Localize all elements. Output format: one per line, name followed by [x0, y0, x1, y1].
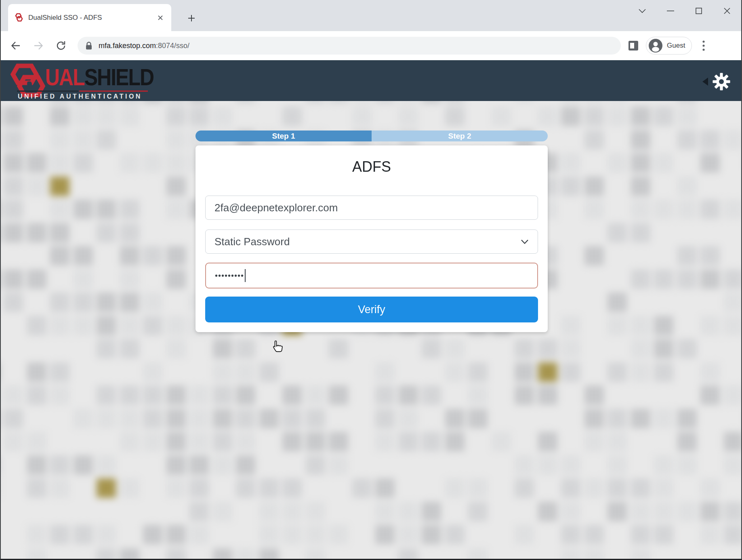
mosaic-square	[631, 200, 650, 219]
mosaic-square	[166, 339, 186, 358]
mosaic-square	[306, 409, 325, 428]
mosaic-square	[538, 385, 557, 405]
mosaic-square	[724, 385, 742, 405]
mosaic-square	[561, 101, 580, 103]
mosaic-square	[724, 130, 742, 149]
mosaic-square	[74, 269, 93, 289]
mosaic-square	[724, 293, 742, 312]
mosaic-square	[306, 385, 325, 405]
mosaic-square	[120, 432, 139, 451]
mosaic-square	[561, 455, 580, 475]
mosaic-square	[654, 525, 673, 544]
settings-gear-icon[interactable]	[712, 72, 731, 91]
mosaic-square	[329, 525, 348, 544]
mosaic-square	[166, 101, 186, 103]
mosaic-square	[700, 200, 720, 219]
url-path: :8074/sso/	[156, 42, 189, 50]
mosaic-square	[631, 362, 650, 382]
mosaic-square	[700, 385, 720, 405]
mosaic-square	[50, 316, 69, 335]
mosaic-square	[189, 385, 209, 405]
mosaic-square	[120, 293, 139, 312]
mosaic-square	[50, 385, 69, 405]
profile-button[interactable]: Guest	[646, 37, 692, 55]
mosaic-square	[97, 478, 116, 498]
maximize-button[interactable]	[692, 4, 706, 18]
mosaic-square	[27, 385, 46, 405]
minimize-button[interactable]	[664, 4, 677, 18]
mosaic-square	[724, 502, 742, 521]
mosaic-square	[97, 200, 116, 219]
mosaic-square	[607, 455, 627, 475]
mosaic-square	[561, 525, 580, 544]
mosaic-square	[97, 385, 116, 405]
address-bar[interactable]: mfa.fakestop.com:8074/sso/	[78, 37, 621, 55]
mosaic-square	[166, 177, 186, 196]
mosaic-square	[654, 362, 673, 382]
reload-button[interactable]	[54, 39, 68, 53]
mosaic-square	[584, 409, 604, 428]
mosaic-square	[120, 101, 139, 103]
mosaic-square	[236, 339, 255, 358]
mosaic-square	[97, 107, 116, 126]
mosaic-square	[584, 478, 604, 498]
mosaic-square	[259, 525, 279, 544]
side-panel-icon[interactable]	[627, 40, 639, 52]
identity-input[interactable]	[205, 196, 538, 220]
mosaic-square	[445, 525, 465, 544]
mosaic-square	[329, 432, 348, 451]
mosaic-square	[189, 432, 209, 451]
forward-button[interactable]	[32, 39, 45, 53]
back-button[interactable]	[9, 39, 23, 53]
mosaic-square	[166, 548, 186, 560]
mosaic-square	[700, 316, 720, 335]
mosaic-square	[654, 478, 673, 498]
mosaic-square	[422, 339, 441, 358]
collapse-arrow-icon[interactable]	[702, 78, 708, 86]
mosaic-square	[700, 525, 720, 544]
mosaic-square	[143, 385, 162, 405]
close-window-button[interactable]	[720, 4, 734, 18]
mosaic-square	[584, 130, 604, 149]
mosaic-square	[27, 153, 46, 173]
mosaic-square	[631, 339, 650, 358]
new-tab-button[interactable]	[185, 11, 198, 25]
mosaic-square	[259, 478, 279, 498]
method-select[interactable]: Static Password	[205, 229, 538, 254]
mosaic-square	[677, 269, 697, 289]
mosaic-square	[700, 269, 720, 289]
password-input[interactable]: •••••••••	[205, 263, 538, 288]
brand-tagline: UNIFIED AUTHENTICATION	[18, 93, 142, 100]
mosaic-square	[515, 525, 534, 544]
mosaic-square	[538, 339, 557, 358]
browser-tab[interactable]: DualShield SSO - ADFS	[8, 4, 171, 31]
mosaic-square	[399, 548, 418, 560]
mosaic-square	[236, 548, 255, 560]
mosaic-square	[515, 385, 534, 405]
mosaic-square	[631, 107, 650, 126]
mosaic-square	[329, 339, 348, 358]
mosaic-square	[700, 153, 720, 173]
tab-search-chevron-icon[interactable]	[635, 4, 649, 18]
underline-red	[79, 91, 148, 92]
mosaic-square	[97, 316, 116, 335]
verify-button[interactable]: Verify	[205, 297, 538, 322]
mosaic-square	[654, 269, 673, 289]
mosaic-square	[306, 455, 325, 475]
mosaic-square	[143, 432, 162, 451]
mosaic-square	[189, 525, 209, 544]
mosaic-square	[352, 478, 372, 498]
mosaic-square	[677, 409, 697, 428]
mosaic-square	[166, 409, 186, 428]
mosaic-square	[166, 246, 186, 265]
mosaic-square	[631, 269, 650, 289]
profile-label: Guest	[667, 42, 685, 50]
mosaic-square	[607, 153, 627, 173]
mosaic-square	[189, 478, 209, 498]
tab-close-icon[interactable]	[155, 13, 166, 23]
mosaic-square	[677, 246, 697, 265]
mosaic-square	[50, 293, 69, 312]
method-select-value: Static Password	[214, 236, 290, 248]
browser-menu-icon[interactable]	[698, 39, 710, 53]
mosaic-square	[74, 455, 93, 475]
